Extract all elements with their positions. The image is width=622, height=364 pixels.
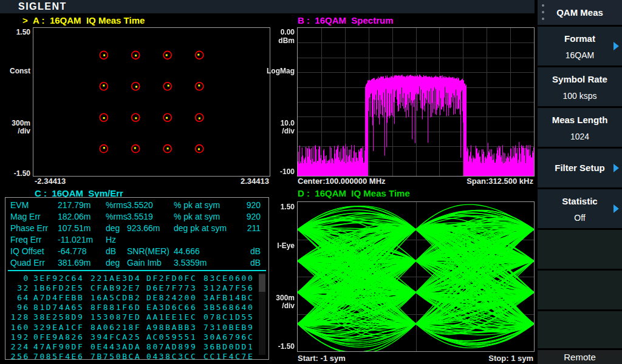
softkey-statistic[interactable]: Statistic Off (538, 189, 622, 228)
hex-word: 0E443ADA (91, 342, 141, 351)
panel-d-scale-unit: /div (266, 302, 295, 310)
hex-row: 2567085F4E67B750BCA0438C3CCCC1F4C7E (5, 352, 268, 362)
constellation-plot[interactable] (33, 27, 270, 177)
hex-word: 078C1D55 (203, 312, 254, 322)
softkey-meas-length[interactable]: Meas Length 1024 (538, 108, 622, 147)
softkey-format[interactable]: Format 16QAM (538, 27, 622, 66)
hex-word: 30A6796C (203, 332, 254, 342)
hex-word: 807AD899 (146, 342, 197, 351)
hex-row: 9681D74A658F881F6DEA3D6C663B568640 (5, 303, 268, 312)
measurement-row: IQ Offset-64.778dBSNR(MER)44.666dB (5, 246, 268, 258)
softkey-format-label: Format (538, 33, 622, 44)
spectrum-plot[interactable] (297, 27, 535, 177)
hex-word: 221AE3D4 (91, 274, 141, 283)
hex-address: 32 (5, 283, 30, 292)
hex-word: DE824200 (146, 293, 197, 302)
hex-row: 160329EA1CF8A06218FA98BABB37310BEB9 (5, 323, 268, 332)
hex-word: 1B6FD2E5 (33, 283, 84, 292)
hex-scrollbar-track[interactable] (259, 273, 265, 355)
measurement-cell: dB (234, 258, 261, 268)
hex-row: 22447AF90DF0E443ADA807AD89936BD0DD1 (5, 342, 268, 352)
hex-row: 1920FE9A826394FCA25AC05955130A6796C (5, 332, 268, 342)
hex-word: 394FCA25 (91, 332, 141, 342)
remote-status[interactable]: Remote (538, 350, 622, 364)
panel-b-trace-type: LogMag (266, 67, 295, 75)
softkey-format-value: 16QAM (538, 50, 622, 60)
submenu-arrow-icon (613, 204, 619, 213)
menu-header-label: QAM Meas (538, 7, 622, 18)
hex-row: 12838E258D9153087EDAA1EE1EC078C1D55 (5, 312, 268, 322)
measurement-cell: 923.66m (127, 223, 160, 233)
panel-a-title-text: A : 16QAM IQ Meas Time (33, 15, 145, 25)
hex-row: 321B6FD2E5CFAB92E7D6E7F773312A7F56 (5, 283, 268, 293)
panel-b-ref-unit: dBm (266, 36, 295, 45)
measurement-cell: SNR(MER) (127, 246, 169, 256)
measurement-cell: 211 (234, 223, 261, 233)
measurement-cell: 3.5520 (127, 200, 153, 210)
panel-b-span: Span:312.500 kHz (412, 177, 533, 186)
hex-word: DF2FD0FC (146, 274, 197, 283)
hex-address: 192 (5, 332, 30, 342)
panel-b-scale: 10.0 (266, 119, 295, 127)
measurement-cell: 3.5359m (174, 258, 207, 268)
hex-word: 16A5CDB2 (91, 293, 141, 302)
hex-word: 47AF90DF (33, 342, 84, 351)
measurement-cell: dB (106, 246, 116, 256)
hex-word: A98BABB3 (146, 323, 197, 332)
panel-d-stop: Stop: 1 sym (412, 354, 533, 363)
panel-d-ref-bottom: -1.50 (266, 342, 295, 351)
hex-word: 0FE9A826 (33, 332, 84, 342)
instrument-screen: SIGLENT > A : 16QAM IQ Meas Time 1.50 Co… (0, 0, 622, 364)
panel-a-ref-top: 1.50 (2, 28, 30, 36)
eye-diagram-plot[interactable] (297, 201, 535, 352)
softkey-symbol-rate-value: 100 ksps (538, 91, 622, 101)
hex-word: 8F881F6D (91, 303, 141, 312)
softkey-symbol-rate-label: Symbol Rate (538, 74, 622, 84)
softkey-symbol-rate[interactable]: Symbol Rate 100 ksps (538, 67, 622, 106)
panel-d-title-text: D : 16QAM IQ Meas Time (298, 188, 410, 198)
measurement-row: Phase Err107.51mdeg923.66mdeg pk at sym2… (5, 223, 268, 235)
hex-word: EA3D6C66 (146, 303, 197, 312)
hex-word: AA1EE1EC (146, 312, 197, 322)
hex-scrollbar-thumb[interactable] (259, 274, 265, 292)
panel-a-title: > A : 16QAM IQ Meas Time (22, 15, 145, 25)
measurement-cell: dB (234, 246, 261, 256)
measurement-row: Freq Err-11.021mHz (5, 235, 268, 246)
panel-a-scale: 300m (2, 119, 30, 127)
measurement-cell: 920 (234, 212, 261, 221)
menu-header-qam-meas[interactable]: QAM Meas (538, 0, 622, 25)
hex-word: CC1F4C7E (203, 352, 254, 361)
hex-address: 160 (5, 323, 30, 332)
measurement-cell: %rms (106, 212, 128, 221)
hex-word: 81D74A65 (33, 303, 84, 312)
measurement-cell: deg (106, 223, 120, 233)
softkey-filter-setup[interactable]: Filter Setup (538, 149, 622, 187)
measurement-cell: EVM (10, 200, 29, 210)
measurement-row: EVM217.79m%rms3.5520% pk at sym920 (5, 200, 268, 212)
measurement-cell: Mag Err (10, 212, 41, 221)
measurement-cell: 107.51m (58, 223, 91, 233)
measurement-row: Mag Err182.06m%rms3.5519% pk at sym920 (5, 212, 268, 223)
measurement-cell: deg pk at sym (174, 223, 227, 233)
hex-row: 64A7D4FEBB16A5CDB2DE8242003AFB14BC (5, 293, 268, 303)
softkey-blank-3[interactable] (538, 311, 622, 348)
submenu-arrow-icon (613, 164, 619, 172)
panel-b-ref-top: 0.00 (266, 28, 295, 36)
panel-d-title: D : 16QAM IQ Meas Time (298, 188, 410, 198)
softkey-statistic-label: Statistic (538, 196, 622, 206)
panel-d-ref-top: 1.50 (266, 203, 295, 211)
hex-address: 64 (5, 293, 30, 302)
measurement-cell: % pk at sym (174, 200, 220, 210)
active-window-marker: > (22, 15, 28, 25)
hex-address: 256 (5, 352, 30, 361)
softkey-statistic-value: Off (538, 213, 622, 223)
measurement-cell: 3.5519 (127, 212, 153, 221)
softkey-blank-1[interactable] (538, 230, 622, 269)
hex-word: 3B568640 (203, 303, 254, 312)
panel-b-ref-bottom: -100 (266, 167, 295, 176)
symerr-window[interactable]: EVM217.79m%rms3.5520% pk at sym920Mag Er… (5, 197, 269, 360)
hex-word: 7310BEB9 (203, 323, 254, 332)
hex-word: 8A06218F (91, 323, 141, 332)
measurement-cell: Phase Err (10, 223, 48, 233)
softkey-blank-2[interactable] (538, 271, 622, 309)
